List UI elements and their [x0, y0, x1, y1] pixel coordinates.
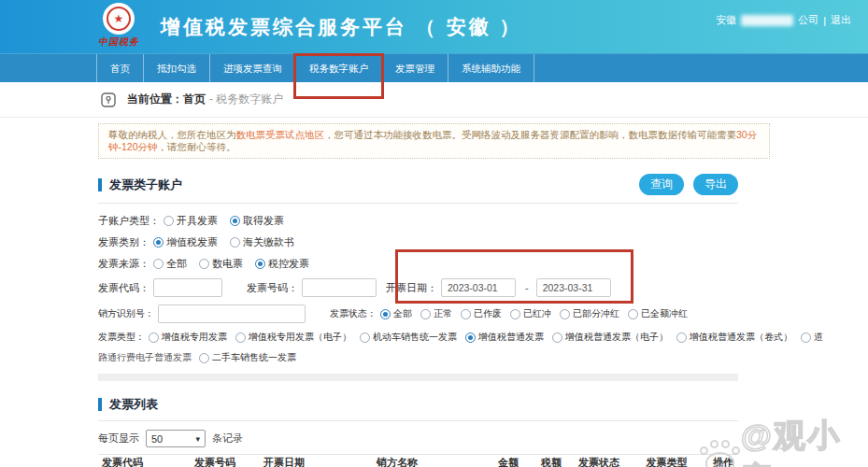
subaccount-title: 发票类子账户: [109, 177, 182, 193]
filter-input[interactable]: [158, 304, 306, 323]
radio-label: 全部: [393, 307, 412, 320]
radio-label: 海关缴款书: [243, 235, 294, 249]
radio-icon[interactable]: [149, 333, 159, 343]
breadcrumb-current: 当前位置：首页: [127, 92, 206, 107]
filter-input[interactable]: [536, 278, 611, 297]
radio-icon[interactable]: [153, 259, 164, 269]
nav-item-首页[interactable]: 首页: [96, 54, 144, 82]
table-header-row: 发票代码发票号码开票日期销方名称金额税额发票状态发票类型操作: [98, 454, 738, 467]
filter-row: 发票代码：发票号码：开票日期：-: [98, 278, 738, 297]
radio-label: 已部分冲红: [573, 307, 619, 320]
radio-label: 已作废: [474, 307, 502, 320]
radio-option[interactable]: 全部: [153, 257, 187, 271]
radio-option[interactable]: 增值税普通发票（卷式）: [676, 331, 792, 344]
radio-option[interactable]: 机动车销售统一发票: [360, 331, 457, 344]
filter-label: 发票类型：: [98, 331, 145, 344]
emblem-star: ★: [107, 7, 131, 31]
radio-icon[interactable]: [560, 309, 570, 319]
radio-selected-icon[interactable]: [153, 237, 164, 248]
table-header-cell: 金额: [476, 456, 530, 467]
filter-input[interactable]: [441, 278, 516, 297]
radio-icon[interactable]: [360, 333, 370, 343]
nav-item-抵扣勾选[interactable]: 抵扣勾选: [144, 54, 210, 82]
radio-option[interactable]: 增值税专用发票: [149, 331, 227, 344]
nav-item-税务数字账户[interactable]: 税务数字账户: [296, 54, 382, 82]
radio-label: 增值税专用发票: [162, 331, 227, 344]
filter-label: 发票来源：: [98, 257, 149, 271]
radio-option[interactable]: 二手车销售统一发票: [199, 351, 296, 364]
radio-option[interactable]: 正常: [420, 307, 452, 320]
radio-option[interactable]: 增值税普通发票（电子）: [552, 331, 668, 344]
filter-input[interactable]: [153, 278, 222, 297]
radio-icon[interactable]: [510, 309, 520, 319]
list-title: 发票列表: [109, 396, 158, 413]
filter-label: 销方识别号：: [98, 307, 154, 320]
filter-label: 发票代码：: [98, 281, 149, 295]
per-page-value: 50: [151, 433, 163, 445]
radio-label: 数电票: [212, 257, 243, 271]
radio-option[interactable]: 已作废: [461, 307, 502, 320]
radio-label: 道: [814, 331, 823, 344]
radio-option[interactable]: 增值税专用发票（电子）: [235, 331, 351, 344]
breadcrumb-page: - 税务数字账户: [209, 92, 283, 107]
radio-icon[interactable]: [199, 353, 209, 363]
radio-icon[interactable]: [676, 333, 687, 343]
user-suffix: 公司: [798, 13, 818, 27]
radio-icon[interactable]: [552, 333, 562, 343]
per-page-select[interactable]: 50 ▾: [146, 430, 206, 447]
logout-link[interactable]: 退出: [831, 13, 851, 27]
radio-option[interactable]: 数电票: [199, 257, 243, 271]
table-header-cell: 发票类型: [625, 456, 708, 467]
separator-band: [98, 374, 738, 381]
nav-item-系统辅助功能[interactable]: 系统辅助功能: [448, 54, 534, 82]
radio-icon[interactable]: [801, 333, 811, 343]
filter-input[interactable]: [302, 278, 377, 297]
query-button[interactable]: 查询: [639, 174, 684, 195]
radio-icon[interactable]: [628, 309, 638, 319]
nav-item-进项发票查询[interactable]: 进项发票查询: [210, 54, 296, 82]
radio-option[interactable]: 全部: [380, 307, 412, 320]
radio-label: 开具发票: [177, 214, 218, 228]
radio-icon[interactable]: [235, 333, 246, 343]
radio-selected-icon[interactable]: [465, 333, 476, 343]
radio-option[interactable]: 道: [801, 331, 823, 344]
filter-text: -: [525, 282, 529, 293]
radio-option[interactable]: 海关缴款书: [230, 235, 294, 249]
filter-row: 子账户类型：开具发票取得发票: [98, 214, 738, 228]
filter-row: 销方识别号：发票状态：全部正常已作废已红冲已部分冲红已全额冲红: [98, 304, 738, 323]
table-header-cell: 发票代码: [98, 456, 180, 467]
radio-label: 正常: [434, 307, 452, 320]
filter-label: 发票类别：: [98, 235, 149, 249]
export-button[interactable]: 导出: [693, 174, 738, 195]
radio-option[interactable]: 增值税普通发票: [465, 331, 544, 344]
radio-selected-icon[interactable]: [230, 216, 240, 226]
radio-option[interactable]: 开具发票: [164, 214, 218, 228]
radio-label: 税控发票: [268, 257, 309, 271]
location-pin-icon: [101, 92, 116, 107]
radio-icon[interactable]: [164, 216, 174, 226]
nav-item-发票管理[interactable]: 发票管理: [382, 54, 448, 82]
table-header-cell: 发票号码: [180, 456, 249, 467]
radio-icon[interactable]: [420, 309, 431, 319]
notice-segment: 数电票受票试点地区: [236, 129, 325, 140]
radio-label: 已全额冲红: [641, 307, 688, 320]
radio-icon[interactable]: [199, 259, 209, 269]
table-header-cell: 税额: [530, 456, 573, 467]
radio-option[interactable]: 增值税发票: [153, 235, 218, 249]
notice-segment: ，请您耐心等待。: [158, 141, 236, 152]
radio-option[interactable]: 已红冲: [510, 307, 551, 320]
radio-icon[interactable]: [230, 237, 240, 248]
section-accent-bar: [98, 178, 102, 191]
radio-option[interactable]: 已全额冲红: [628, 307, 688, 320]
breadcrumb: 当前位置：首页 - 税务数字账户: [0, 82, 868, 118]
notice-text: 尊敬的纳税人，您所在地区为数电票受票试点地区，您可通过本功能接收数电票。受网络波…: [108, 129, 757, 152]
radio-option[interactable]: 税控发票: [255, 257, 309, 271]
radio-label: 二手车销售统一发票: [212, 351, 296, 364]
filter-label: 发票号码：: [247, 281, 298, 295]
radio-selected-icon[interactable]: [380, 309, 391, 319]
per-page-row: 每页显示 50 ▾ 条记录: [98, 430, 868, 447]
radio-option[interactable]: 已部分冲红: [560, 307, 619, 320]
radio-option[interactable]: 取得发票: [230, 214, 284, 228]
radio-icon[interactable]: [461, 309, 471, 319]
radio-selected-icon[interactable]: [255, 259, 265, 269]
